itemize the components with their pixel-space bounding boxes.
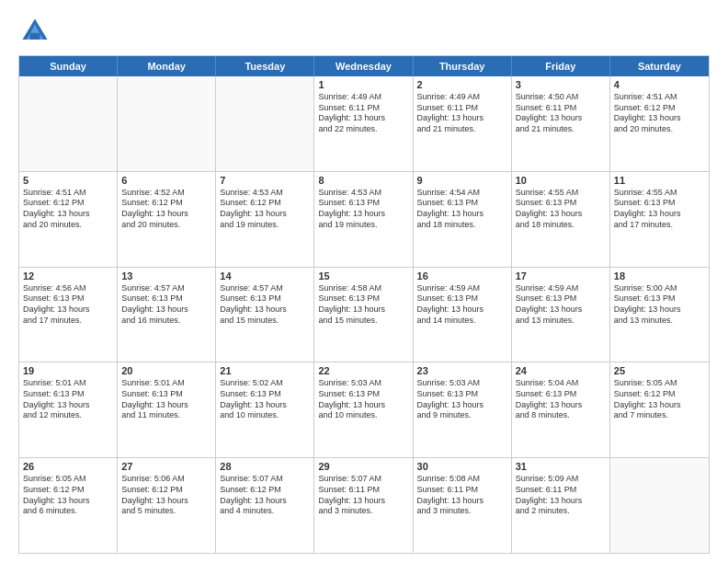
cell-info: Sunrise: 4:52 AM Sunset: 6:12 PM Dayligh… <box>121 188 211 231</box>
calendar-cell-w2-d2: 14Sunrise: 4:57 AM Sunset: 6:13 PM Dayli… <box>216 268 314 362</box>
day-number: 10 <box>516 175 606 186</box>
calendar-week-4: 26Sunrise: 5:05 AM Sunset: 6:12 PM Dayli… <box>19 458 709 553</box>
calendar-cell-w2-d4: 16Sunrise: 4:59 AM Sunset: 6:13 PM Dayli… <box>414 268 512 362</box>
calendar-cell-w0-d3: 1Sunrise: 4:49 AM Sunset: 6:11 PM Daylig… <box>314 76 413 171</box>
day-number: 25 <box>614 365 705 376</box>
cell-info: Sunrise: 4:54 AM Sunset: 6:13 PM Dayligh… <box>417 188 507 231</box>
calendar-cell-w1-d4: 9Sunrise: 4:54 AM Sunset: 6:13 PM Daylig… <box>414 172 512 267</box>
cell-info: Sunrise: 5:03 AM Sunset: 6:13 PM Dayligh… <box>417 378 507 421</box>
calendar-cell-w2-d5: 17Sunrise: 4:59 AM Sunset: 6:13 PM Dayli… <box>512 268 610 362</box>
day-number: 18 <box>614 270 705 282</box>
cell-info: Sunrise: 4:59 AM Sunset: 6:13 PM Dayligh… <box>417 283 507 327</box>
header-thursday: Thursday <box>414 56 512 76</box>
header-sunday: Sunday <box>19 56 118 76</box>
cell-info: Sunrise: 4:49 AM Sunset: 6:11 PM Dayligh… <box>318 92 408 135</box>
day-number: 31 <box>516 461 606 472</box>
cell-info: Sunrise: 4:53 AM Sunset: 6:13 PM Dayligh… <box>318 188 408 231</box>
cell-info: Sunrise: 5:05 AM Sunset: 6:12 PM Dayligh… <box>614 378 705 421</box>
calendar-header: Sunday Monday Tuesday Wednesday Thursday… <box>19 56 709 76</box>
cell-info: Sunrise: 5:02 AM Sunset: 6:13 PM Dayligh… <box>220 378 310 421</box>
calendar-cell-w0-d5: 3Sunrise: 4:50 AM Sunset: 6:11 PM Daylig… <box>512 76 610 171</box>
calendar-cell-w2-d0: 12Sunrise: 4:56 AM Sunset: 6:13 PM Dayli… <box>19 268 118 362</box>
cell-info: Sunrise: 4:50 AM Sunset: 6:11 PM Dayligh… <box>516 92 606 135</box>
calendar-week-2: 12Sunrise: 4:56 AM Sunset: 6:13 PM Dayli… <box>19 268 709 363</box>
cell-info: Sunrise: 5:05 AM Sunset: 6:12 PM Dayligh… <box>23 474 113 517</box>
svg-rect-2 <box>30 33 40 40</box>
calendar-cell-w0-d2 <box>216 76 314 171</box>
calendar-cell-w3-d5: 24Sunrise: 5:04 AM Sunset: 6:13 PM Dayli… <box>512 362 610 457</box>
calendar-cell-w2-d6: 18Sunrise: 5:00 AM Sunset: 6:13 PM Dayli… <box>610 268 709 362</box>
cell-info: Sunrise: 5:04 AM Sunset: 6:13 PM Dayligh… <box>516 378 606 421</box>
calendar-cell-w0-d1 <box>118 76 216 171</box>
day-number: 6 <box>121 175 211 186</box>
calendar-week-1: 5Sunrise: 4:51 AM Sunset: 6:12 PM Daylig… <box>19 172 709 268</box>
header <box>18 15 710 48</box>
cell-info: Sunrise: 4:58 AM Sunset: 6:13 PM Dayligh… <box>318 283 408 327</box>
calendar-cell-w1-d2: 7Sunrise: 4:53 AM Sunset: 6:12 PM Daylig… <box>216 172 314 267</box>
calendar-cell-w4-d0: 26Sunrise: 5:05 AM Sunset: 6:12 PM Dayli… <box>19 458 118 553</box>
day-number: 1 <box>318 79 408 90</box>
cell-info: Sunrise: 5:07 AM Sunset: 6:11 PM Dayligh… <box>318 474 408 517</box>
day-number: 22 <box>318 365 408 376</box>
day-number: 3 <box>516 79 606 90</box>
calendar: Sunday Monday Tuesday Wednesday Thursday… <box>18 55 710 554</box>
cell-info: Sunrise: 5:00 AM Sunset: 6:13 PM Dayligh… <box>614 283 705 327</box>
calendar-cell-w1-d1: 6Sunrise: 4:52 AM Sunset: 6:12 PM Daylig… <box>118 172 216 267</box>
day-number: 8 <box>318 175 408 186</box>
calendar-cell-w1-d3: 8Sunrise: 4:53 AM Sunset: 6:13 PM Daylig… <box>314 172 413 267</box>
cell-info: Sunrise: 4:51 AM Sunset: 6:12 PM Dayligh… <box>614 92 705 135</box>
day-number: 23 <box>417 365 507 376</box>
cell-info: Sunrise: 4:57 AM Sunset: 6:13 PM Dayligh… <box>220 283 310 327</box>
calendar-cell-w3-d6: 25Sunrise: 5:05 AM Sunset: 6:12 PM Dayli… <box>610 362 709 457</box>
calendar-week-3: 19Sunrise: 5:01 AM Sunset: 6:13 PM Dayli… <box>19 362 709 458</box>
page: Sunday Monday Tuesday Wednesday Thursday… <box>0 0 728 563</box>
cell-info: Sunrise: 4:53 AM Sunset: 6:12 PM Dayligh… <box>220 188 310 231</box>
day-number: 13 <box>121 270 211 282</box>
calendar-cell-w2-d1: 13Sunrise: 4:57 AM Sunset: 6:13 PM Dayli… <box>118 268 216 362</box>
cell-info: Sunrise: 5:01 AM Sunset: 6:13 PM Dayligh… <box>23 378 113 421</box>
cell-info: Sunrise: 4:55 AM Sunset: 6:13 PM Dayligh… <box>614 188 705 231</box>
calendar-week-0: 1Sunrise: 4:49 AM Sunset: 6:11 PM Daylig… <box>19 76 709 172</box>
header-friday: Friday <box>512 56 610 76</box>
calendar-cell-w3-d0: 19Sunrise: 5:01 AM Sunset: 6:13 PM Dayli… <box>19 362 118 457</box>
day-number: 14 <box>220 270 310 282</box>
calendar-cell-w4-d4: 30Sunrise: 5:08 AM Sunset: 6:11 PM Dayli… <box>414 458 512 553</box>
day-number: 16 <box>417 270 507 282</box>
day-number: 15 <box>318 270 408 282</box>
day-number: 20 <box>121 365 211 376</box>
cell-info: Sunrise: 5:01 AM Sunset: 6:13 PM Dayligh… <box>121 378 211 421</box>
day-number: 11 <box>614 175 705 186</box>
day-number: 4 <box>614 79 705 90</box>
day-number: 26 <box>23 461 113 472</box>
cell-info: Sunrise: 4:49 AM Sunset: 6:11 PM Dayligh… <box>417 92 507 135</box>
cell-info: Sunrise: 4:59 AM Sunset: 6:13 PM Dayligh… <box>516 283 606 327</box>
cell-info: Sunrise: 5:03 AM Sunset: 6:13 PM Dayligh… <box>318 378 408 421</box>
day-number: 7 <box>220 175 310 186</box>
header-tuesday: Tuesday <box>216 56 314 76</box>
calendar-cell-w2-d3: 15Sunrise: 4:58 AM Sunset: 6:13 PM Dayli… <box>314 268 413 362</box>
cell-info: Sunrise: 4:57 AM Sunset: 6:13 PM Dayligh… <box>121 283 211 327</box>
day-number: 24 <box>516 365 606 376</box>
cell-info: Sunrise: 4:55 AM Sunset: 6:13 PM Dayligh… <box>516 188 606 231</box>
header-wednesday: Wednesday <box>314 56 413 76</box>
day-number: 28 <box>220 461 310 472</box>
cell-info: Sunrise: 4:51 AM Sunset: 6:12 PM Dayligh… <box>23 188 113 231</box>
day-number: 9 <box>417 175 507 186</box>
calendar-cell-w1-d5: 10Sunrise: 4:55 AM Sunset: 6:13 PM Dayli… <box>512 172 610 267</box>
calendar-cell-w4-d5: 31Sunrise: 5:09 AM Sunset: 6:11 PM Dayli… <box>512 458 610 553</box>
header-saturday: Saturday <box>610 56 709 76</box>
calendar-cell-w3-d3: 22Sunrise: 5:03 AM Sunset: 6:13 PM Dayli… <box>314 362 413 457</box>
calendar-cell-w4-d1: 27Sunrise: 5:06 AM Sunset: 6:12 PM Dayli… <box>118 458 216 553</box>
cell-info: Sunrise: 5:08 AM Sunset: 6:11 PM Dayligh… <box>417 474 507 517</box>
logo <box>18 15 55 48</box>
day-number: 27 <box>121 461 211 472</box>
cell-info: Sunrise: 4:56 AM Sunset: 6:13 PM Dayligh… <box>23 283 113 327</box>
day-number: 19 <box>23 365 113 376</box>
calendar-cell-w3-d2: 21Sunrise: 5:02 AM Sunset: 6:13 PM Dayli… <box>216 362 314 457</box>
calendar-cell-w4-d6 <box>610 458 709 553</box>
day-number: 21 <box>220 365 310 376</box>
calendar-cell-w4-d2: 28Sunrise: 5:07 AM Sunset: 6:12 PM Dayli… <box>216 458 314 553</box>
cell-info: Sunrise: 5:06 AM Sunset: 6:12 PM Dayligh… <box>121 474 211 517</box>
calendar-cell-w1-d6: 11Sunrise: 4:55 AM Sunset: 6:13 PM Dayli… <box>610 172 709 267</box>
logo-icon <box>18 15 51 48</box>
